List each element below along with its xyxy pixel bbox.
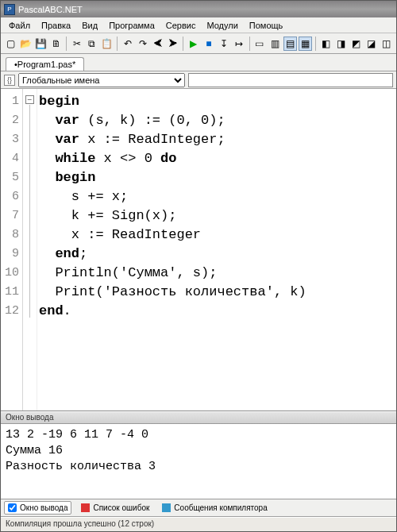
output-panel[interactable]: 13 2 -19 6 11 7 -4 0 Сумма 16 Разность к… — [1, 424, 396, 499]
tab-output-label: Окно вывода — [20, 503, 67, 512]
menu-view[interactable]: Вид — [77, 19, 102, 32]
copy-icon[interactable]: ⧉ — [85, 37, 98, 51]
forward-icon[interactable]: ⮞ — [166, 37, 179, 51]
output-line: Разность количества 3 — [6, 460, 156, 473]
output-panel-title: Окно вывода — [1, 411, 396, 424]
app-title: PascalABC.NET — [18, 5, 83, 14]
win4-icon[interactable]: ◪ — [364, 37, 378, 51]
saveall-icon[interactable]: 🗎 — [49, 37, 63, 51]
panel2-icon[interactable]: ▥ — [268, 37, 282, 51]
menu-file[interactable]: Файл — [4, 19, 35, 32]
win3-icon[interactable]: ◩ — [349, 37, 363, 51]
back-icon[interactable]: ⮜ — [151, 37, 164, 51]
separator — [117, 37, 118, 51]
errors-icon — [81, 503, 90, 512]
output-line: 13 2 -19 6 11 7 -4 0 — [6, 428, 148, 441]
titlebar: P PascalABC.NET — [1, 1, 396, 17]
paste-icon[interactable]: 📋 — [100, 37, 114, 51]
new-icon[interactable]: ▢ — [4, 37, 17, 51]
compiler-icon — [162, 503, 171, 512]
separator — [249, 37, 250, 51]
scope-icon: {} — [4, 75, 15, 86]
menu-help[interactable]: Помощь — [245, 19, 288, 32]
toolbar: ▢ 📂 💾 🗎 ✂ ⧉ 📋 ↶ ↷ ⮜ ⮞ ▶ ■ ↧ ↦ ▭ ▥ ▤ ▦ ◧ … — [1, 33, 396, 54]
cut-icon[interactable]: ✂ — [70, 37, 83, 51]
menu-edit[interactable]: Правка — [37, 19, 75, 32]
tab-errors-label: Список ошибок — [93, 503, 149, 512]
menu-program[interactable]: Программа — [104, 19, 160, 32]
fold-toggle-icon[interactable]: − — [25, 95, 34, 104]
stepover-icon[interactable]: ↦ — [232, 37, 245, 51]
file-tab[interactable]: •Program1.pas* — [6, 57, 84, 71]
win5-icon[interactable]: ◫ — [380, 37, 393, 51]
code-editor[interactable]: 123456789101112 − begin var (s, k) := (0… — [1, 89, 396, 411]
stop-icon[interactable]: ■ — [202, 37, 215, 51]
win1-icon[interactable]: ◧ — [319, 37, 333, 51]
document-tabs: •Program1.pas* — [1, 54, 396, 71]
win2-icon[interactable]: ◨ — [334, 37, 348, 51]
separator — [66, 37, 67, 51]
scope-select[interactable]: Глобальные имена — [18, 73, 185, 87]
menubar: Файл Правка Вид Программа Сервис Модули … — [1, 17, 396, 33]
fold-column: − — [23, 89, 37, 411]
tab-output-check[interactable] — [8, 503, 17, 512]
statusbar: Компиляция прошла успешно (12 строк) — [1, 517, 396, 531]
app-icon: P — [4, 4, 15, 15]
run-icon[interactable]: ▶ — [187, 37, 200, 51]
save-icon[interactable]: 💾 — [34, 37, 48, 51]
app-window: P PascalABC.NET Файл Правка Вид Программ… — [0, 0, 397, 532]
tab-compiler-label: Сообщения компилятора — [174, 503, 267, 512]
panel3-icon[interactable]: ▤ — [283, 37, 297, 51]
redo-icon[interactable]: ↷ — [136, 37, 149, 51]
open-icon[interactable]: 📂 — [19, 37, 33, 51]
tab-compiler[interactable]: Сообщения компилятора — [159, 502, 270, 514]
stepinto-icon[interactable]: ↧ — [217, 37, 230, 51]
undo-icon[interactable]: ↶ — [121, 37, 134, 51]
menu-modules[interactable]: Модули — [202, 19, 242, 32]
separator — [315, 37, 316, 51]
menu-service[interactable]: Сервис — [161, 19, 201, 32]
output-line: Сумма 16 — [6, 444, 63, 457]
separator — [183, 37, 183, 51]
code-line: begin — [39, 94, 79, 109]
fold-line — [29, 105, 30, 318]
tab-output[interactable]: Окно вывода — [4, 501, 71, 515]
scope-bar: {} Глобальные имена — [1, 71, 396, 89]
code-area[interactable]: begin var (s, k) := (0, 0); var x := Rea… — [37, 89, 396, 411]
panel1-icon[interactable]: ▭ — [252, 37, 266, 51]
tab-errors[interactable]: Список ошибок — [78, 502, 152, 514]
bottom-tabbar: Окно вывода Список ошибок Сообщения комп… — [1, 499, 396, 517]
line-gutter: 123456789101112 — [1, 89, 23, 411]
panel4-icon[interactable]: ▦ — [299, 37, 312, 51]
scope-search-input[interactable] — [188, 73, 393, 87]
